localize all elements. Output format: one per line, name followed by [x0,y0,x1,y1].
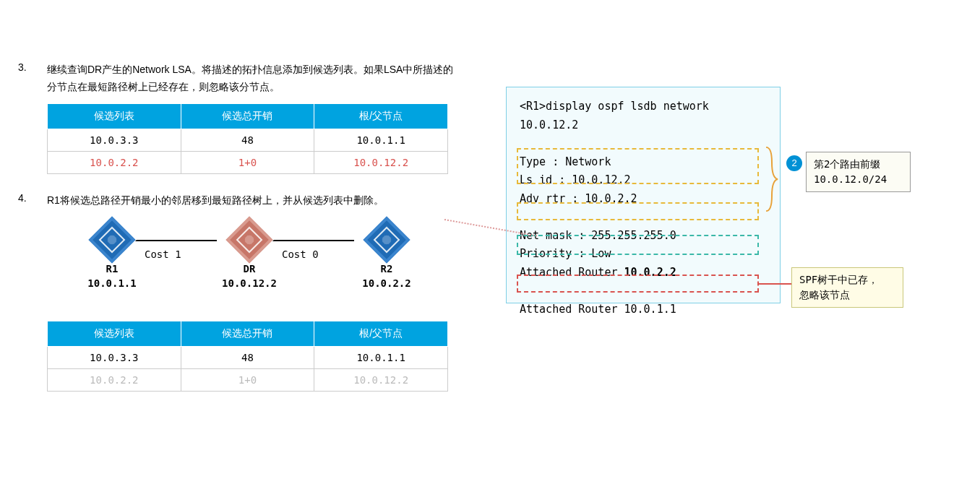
th-cost: 候选总开销 [181,103,314,129]
brace-bracket [765,146,779,212]
cli-priority: Priority : Low [520,245,767,264]
cli-output-box: <R1>display ospf lsdb network 10.0.12.2 … [506,87,781,303]
th-parent: 根/父节点 [314,321,448,347]
node-r2: R210.0.2.2 [354,223,419,290]
cli-type: Type : Network [520,153,767,172]
candidate-table-2: 候选列表 候选总开销 根/父节点 10.0.3.3 48 10.0.1.1 10… [47,321,448,392]
node-r1: R110.0.1.1 [79,223,145,290]
cli-ar1: Attached Router 10.0.2.2 [520,264,767,282]
table-row: 10.0.3.3 48 10.0.1.1 [48,129,448,151]
step-4-number: 4. [14,192,47,209]
step-3-number: 3. [14,61,47,96]
th-candidate: 候选列表 [48,321,181,347]
cli-advrtr: Adv rtr : 10.0.2.2 [520,190,767,209]
cost-label-2: Cost 0 [282,248,319,260]
table-row: 10.0.3.3 48 10.0.1.1 [48,347,448,369]
cli-lsid: Ls id : 10.0.12.2 [520,171,767,190]
table-row-removed: 10.0.2.2 1+0 10.0.12.2 [48,369,448,392]
table-row-highlight: 10.0.2.2 1+0 10.0.12.2 [48,151,448,173]
node-dr: DR10.0.12.2 [217,223,282,290]
step-4: 4. R1将候选总路径开销最小的邻居移到最短路径树上，并从候选列表中删除。 [14,192,477,209]
th-candidate: 候选列表 [48,103,181,129]
th-parent: 根/父节点 [314,103,448,129]
router-icon [225,217,272,264]
annotation-ignore: SPF树干中已存， 忽略该节点 [791,267,903,308]
annotation-prefix: 第2个路由前缀 10.0.12.0/24 [806,152,911,192]
connector-red [759,283,791,285]
cost-label-1: Cost 1 [145,248,181,260]
step-3: 3. 继续查询DR产生的Network LSA。将描述的拓扑信息添加到候选列表。… [14,61,477,96]
step-4-text: R1将候选总路径开销最小的邻居移到最短路径树上，并从候选列表中删除。 [47,192,477,209]
cli-mask: Net mask : 255.255.255.0 [520,227,767,246]
cli-command: <R1>display ospf lsdb network 10.0.12.2 [520,98,767,134]
badge-2: 2 [786,155,802,171]
cli-ar2: Attached Router 10.0.1.1 [520,301,767,319]
router-icon [363,217,410,264]
router-icon [88,217,135,264]
step-3-text: 继续查询DR产生的Network LSA。将描述的拓扑信息添加到候选列表。如果L… [47,61,477,96]
topology-diagram: Cost 1 Cost 0 R110.0.1.1 DR10.0.12.2 R21… [72,220,434,306]
candidate-table-1: 候选列表 候选总开销 根/父节点 10.0.3.3 48 10.0.1.1 10… [47,103,448,174]
th-cost: 候选总开销 [181,321,314,347]
